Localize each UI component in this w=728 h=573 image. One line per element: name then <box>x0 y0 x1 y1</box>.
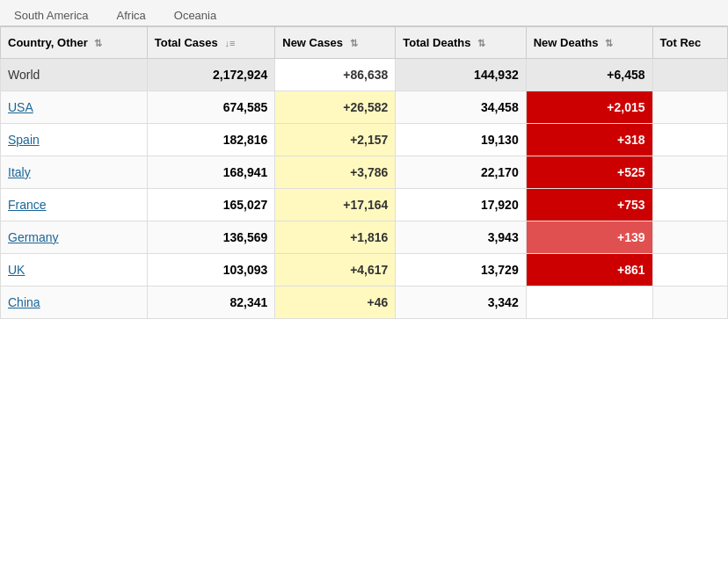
new-deaths-cell: +525 <box>526 156 652 189</box>
total-cases-cell: 165,027 <box>147 189 275 221</box>
col-total-cases[interactable]: Total Cases ↓≡ <box>147 27 275 59</box>
sort-icon-new-cases: ⇅ <box>350 38 358 49</box>
total-deaths-cell: 3,943 <box>396 221 526 254</box>
new-cases-cell: +3,786 <box>275 156 396 189</box>
world-new-cases: +86,638 <box>275 59 396 91</box>
col-new-deaths[interactable]: New Deaths ⇅ <box>526 27 652 59</box>
col-tot-rec[interactable]: Tot Rec <box>652 27 727 59</box>
world-tot-rec <box>652 59 727 91</box>
total-cases-cell: 82,341 <box>147 286 275 319</box>
total-cases-cell: 136,569 <box>147 221 275 254</box>
tot-rec-cell <box>652 286 727 319</box>
tab-africa[interactable]: Africa <box>110 5 153 25</box>
sort-icon-total-deaths: ⇅ <box>477 38 485 49</box>
new-cases-cell: +4,617 <box>275 254 396 286</box>
country-cell[interactable]: Italy <box>1 156 148 189</box>
tot-rec-cell <box>652 91 727 124</box>
table-row: France 165,027 +17,164 17,920 +753 <box>1 189 728 221</box>
world-total-cases: 2,172,924 <box>147 59 275 91</box>
sort-icon-total-cases: ↓≡ <box>224 38 235 48</box>
total-deaths-cell: 3,342 <box>396 286 526 319</box>
new-deaths-cell: +753 <box>526 189 652 221</box>
country-cell[interactable]: France <box>1 189 148 221</box>
new-deaths-cell <box>526 286 652 319</box>
world-row: World 2,172,924 +86,638 144,932 +6,458 <box>1 59 728 91</box>
total-deaths-cell: 22,170 <box>396 156 526 189</box>
total-deaths-cell: 19,130 <box>396 124 526 156</box>
new-cases-cell: +2,157 <box>275 124 396 156</box>
new-cases-cell: +17,164 <box>275 189 396 221</box>
country-cell[interactable]: UK <box>1 254 148 286</box>
tot-rec-cell <box>652 124 727 156</box>
world-country-cell: World <box>1 59 148 91</box>
new-deaths-cell: +318 <box>526 124 652 156</box>
total-cases-cell: 182,816 <box>147 124 275 156</box>
col-total-deaths[interactable]: Total Deaths ⇅ <box>396 27 526 59</box>
world-total-deaths: 144,932 <box>396 59 526 91</box>
new-deaths-cell: +2,015 <box>526 91 652 124</box>
table-row: Italy 168,941 +3,786 22,170 +525 <box>1 156 728 189</box>
tab-bar: South America Africa Oceania <box>0 0 728 26</box>
new-cases-cell: +46 <box>275 286 396 319</box>
col-new-cases[interactable]: New Cases ⇅ <box>275 27 396 59</box>
new-cases-cell: +1,816 <box>275 221 396 254</box>
tab-oceania[interactable]: Oceania <box>167 5 223 25</box>
sort-icon-country: ⇅ <box>94 38 102 49</box>
new-deaths-cell: +139 <box>526 221 652 254</box>
tot-rec-cell <box>652 221 727 254</box>
new-cases-cell: +26,582 <box>275 91 396 124</box>
total-cases-cell: 674,585 <box>147 91 275 124</box>
world-new-deaths: +6,458 <box>526 59 652 91</box>
country-cell[interactable]: Spain <box>1 124 148 156</box>
new-deaths-cell: +861 <box>526 254 652 286</box>
table-row: China 82,341 +46 3,342 <box>1 286 728 319</box>
country-cell[interactable]: USA <box>1 91 148 124</box>
country-cell[interactable]: China <box>1 286 148 319</box>
total-deaths-cell: 34,458 <box>396 91 526 124</box>
sort-icon-new-deaths: ⇅ <box>605 38 613 49</box>
tab-south-america[interactable]: South America <box>7 5 96 25</box>
total-cases-cell: 168,941 <box>147 156 275 189</box>
table-row: Spain 182,816 +2,157 19,130 +318 <box>1 124 728 156</box>
table-row: UK 103,093 +4,617 13,729 +861 <box>1 254 728 286</box>
country-cell[interactable]: Germany <box>1 221 148 254</box>
table-row: USA 674,585 +26,582 34,458 +2,015 <box>1 91 728 124</box>
total-deaths-cell: 13,729 <box>396 254 526 286</box>
col-country[interactable]: Country, Other ⇅ <box>1 27 148 59</box>
tot-rec-cell <box>652 254 727 286</box>
table-header-row: Country, Other ⇅ Total Cases ↓≡ New Case… <box>1 27 728 59</box>
covid-table: Country, Other ⇅ Total Cases ↓≡ New Case… <box>0 26 728 319</box>
total-deaths-cell: 17,920 <box>396 189 526 221</box>
data-table-wrapper: Country, Other ⇅ Total Cases ↓≡ New Case… <box>0 26 728 319</box>
total-cases-cell: 103,093 <box>147 254 275 286</box>
tot-rec-cell <box>652 189 727 221</box>
table-row: Germany 136,569 +1,816 3,943 +139 <box>1 221 728 254</box>
tot-rec-cell <box>652 156 727 189</box>
